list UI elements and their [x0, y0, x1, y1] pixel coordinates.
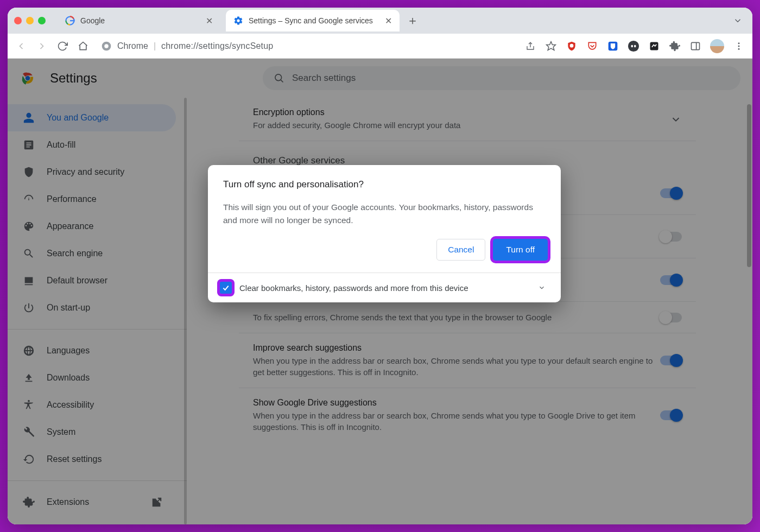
- tabs-menu-button[interactable]: [733, 16, 746, 26]
- bitwarden-icon[interactable]: [607, 40, 619, 52]
- chevron-down-icon[interactable]: [538, 284, 549, 292]
- clear-data-checkbox[interactable]: [220, 282, 232, 294]
- window-close-button[interactable]: [14, 17, 22, 24]
- tab-settings-sync[interactable]: Settings – Sync and Google services ✕: [226, 10, 400, 31]
- svg-point-4: [570, 43, 574, 47]
- svg-point-14: [738, 48, 740, 49]
- extensions-puzzle-icon[interactable]: [669, 40, 681, 52]
- kebab-menu-icon[interactable]: [733, 40, 745, 52]
- tab-settings-label: Settings – Sync and Google services: [249, 16, 379, 25]
- new-tab-button[interactable]: ＋: [405, 13, 420, 28]
- svg-point-8: [634, 45, 636, 47]
- url-text[interactable]: chrome://settings/syncSetup: [161, 41, 273, 51]
- sidepanel-icon[interactable]: [689, 40, 701, 52]
- tab-google[interactable]: Google ✕: [58, 10, 220, 31]
- svg-rect-9: [650, 42, 658, 50]
- window-fullscreen-button[interactable]: [38, 17, 46, 24]
- checkmark-icon: [221, 283, 230, 292]
- dialog-title: Turn off sync and personalisation?: [223, 179, 546, 190]
- clear-data-label: Clear bookmarks, history, passwords and …: [239, 283, 530, 293]
- share-icon[interactable]: [524, 40, 536, 52]
- window-traffic-lights: [14, 17, 46, 24]
- svg-point-6: [628, 40, 639, 51]
- browser-toolbar: Chrome | chrome://settings/syncSetup: [8, 34, 752, 59]
- chrome-icon: [101, 41, 112, 52]
- tab-google-label: Google: [80, 16, 200, 25]
- svg-rect-10: [692, 42, 700, 49]
- back-button[interactable]: [15, 40, 27, 52]
- reload-button[interactable]: [56, 40, 68, 52]
- svg-point-7: [631, 45, 633, 47]
- turn-off-sync-dialog: Turn off sync and personalisation? This …: [208, 165, 561, 302]
- svg-point-2: [104, 44, 109, 48]
- turn-off-button[interactable]: Turn off: [493, 239, 548, 261]
- svg-point-13: [738, 45, 740, 47]
- ublock-icon[interactable]: [566, 40, 578, 52]
- home-button[interactable]: [77, 40, 89, 52]
- close-icon[interactable]: ✕: [206, 16, 213, 26]
- extension2-icon[interactable]: [648, 40, 660, 52]
- window-minimize-button[interactable]: [26, 17, 34, 24]
- svg-marker-3: [547, 41, 556, 50]
- cancel-button[interactable]: Cancel: [436, 239, 485, 261]
- svg-point-12: [738, 42, 740, 44]
- forward-button[interactable]: [36, 40, 48, 52]
- gear-icon: [233, 16, 243, 26]
- url-origin-label: Chrome: [117, 41, 148, 51]
- pocket-icon[interactable]: [586, 40, 598, 52]
- close-icon[interactable]: ✕: [385, 16, 392, 26]
- profile-avatar[interactable]: [710, 39, 724, 53]
- discord-icon[interactable]: [628, 40, 639, 52]
- toolbar-actions: [524, 39, 745, 53]
- dialog-body-text: This will sign you out of your Google ac…: [223, 201, 546, 227]
- star-icon[interactable]: [545, 40, 557, 52]
- google-favicon-icon: [65, 16, 75, 26]
- browser-tab-bar: Google ✕ Settings – Sync and Google serv…: [8, 8, 752, 34]
